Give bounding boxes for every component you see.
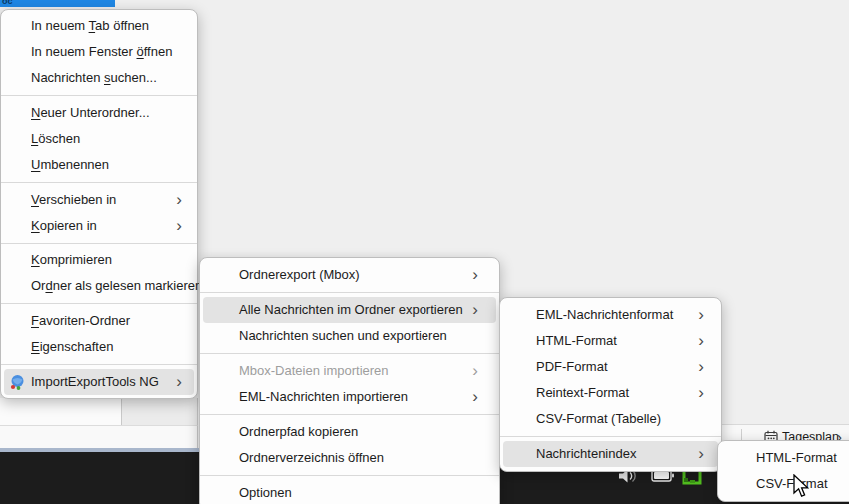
menu-separator	[1, 95, 197, 96]
desktop: oc Tagesplan ›	[0, 0, 849, 504]
menu-item-label: Nachrichtenindex	[536, 441, 636, 467]
menu-separator	[1, 243, 197, 244]
menu-separator	[200, 292, 499, 293]
submenu-arrow-icon: ›	[176, 187, 182, 212]
folder-pane-fragment	[0, 398, 122, 425]
menu-separator	[1, 364, 197, 365]
menu-item-nachrichtenindex[interactable]: Nachrichtenindex›	[503, 441, 718, 467]
menu-item-in-neuem-tab-ffnen[interactable]: In neuem Tab öffnen	[4, 13, 194, 39]
menu-item-komprimieren[interactable]: Komprimieren	[4, 248, 194, 273]
submenu-arrow-icon: ›	[472, 358, 478, 383]
submenu-export-formats: EML-Nachrichtenformat›HTML-Format›PDF-Fo…	[499, 297, 722, 472]
menu-item-label: Umbenennen	[31, 152, 109, 178]
menu-item-ordner-als-gelesen-markieren[interactable]: Ordner als gelesen markieren	[4, 273, 194, 299]
menu-item-kopieren-in[interactable]: Kopieren in›	[4, 213, 194, 239]
mouse-cursor	[793, 474, 815, 504]
menu-item-nachrichten-suchen[interactable]: Nachrichten suchen...	[4, 65, 194, 91]
submenu-arrow-icon: ›	[698, 328, 704, 353]
menu-item-umbenennen[interactable]: Umbenennen	[4, 152, 194, 178]
menu-item-reintext-format[interactable]: Reintext-Format›	[503, 380, 718, 406]
menu-item-label: Favoriten-Ordner	[31, 308, 130, 334]
menu-item-verschieben-in[interactable]: Verschieben in›	[4, 187, 194, 213]
menu-separator	[200, 353, 499, 354]
menu-item-label: Nachrichten suchen...	[31, 65, 157, 91]
menu-item-label: Löschen	[31, 126, 80, 152]
importexporttools-icon	[9, 374, 26, 400]
statusbar-left-fragment	[0, 425, 198, 449]
menu-item-label: PDF-Format	[536, 354, 608, 380]
menu-item-eml-nachrichten-importieren[interactable]: EML-Nachrichten importieren›	[203, 384, 496, 410]
menu-item-eml-nachrichtenformat[interactable]: EML-Nachrichtenformat›	[503, 302, 718, 328]
selected-folder-row[interactable]: oc	[0, 0, 115, 7]
menu-item-label: In neuem Fenster öffnen	[31, 39, 172, 65]
context-menu-folder: In neuem Tab öffnenIn neuem Fenster öffn…	[0, 9, 198, 399]
submenu-arrow-icon: ›	[698, 380, 704, 405]
menu-item-csv-format-tabelle[interactable]: CSV-Format (Tabelle)	[503, 406, 718, 432]
menu-item-label: Reintext-Format	[536, 380, 629, 406]
menu-item-label: EML-Nachrichtenformat	[536, 302, 673, 328]
submenu-arrow-icon: ›	[472, 262, 478, 287]
menu-item-label: Komprimieren	[31, 248, 112, 273]
menu-item-label: Kopieren in	[31, 213, 97, 239]
menu-item-label: Neuer Unterordner...	[31, 100, 150, 126]
menu-separator	[200, 414, 499, 415]
menu-item-alle-nachrichten-im-ordner-exportieren[interactable]: Alle Nachrichten im Ordner exportieren›	[203, 297, 496, 323]
menu-item-label: HTML-Format	[536, 328, 617, 354]
menu-item-optionen[interactable]: Optionen	[203, 480, 496, 504]
folder-row-partial-text: oc	[2, 0, 13, 6]
menu-separator	[500, 436, 721, 437]
menu-item-nachrichten-suchen-und-exportieren[interactable]: Nachrichten suchen und exportieren	[203, 323, 496, 349]
menu-item-html-format[interactable]: HTML-Format	[721, 445, 849, 471]
submenu-index-formats: HTML-FormatCSV-Format	[717, 440, 849, 502]
submenu-arrow-icon: ›	[472, 297, 478, 322]
menu-item-pdf-format[interactable]: PDF-Format›	[503, 354, 718, 380]
submenu-arrow-icon: ›	[472, 384, 478, 409]
menu-item-label: Ordnerpfad kopieren	[239, 419, 358, 445]
menu-item-label: In neuem Tab öffnen	[31, 13, 149, 39]
menu-item-label: ImportExportTools NG	[31, 369, 159, 395]
menu-item-importexporttools-ng[interactable]: ImportExportTools NG›	[4, 369, 194, 395]
menu-item-label: Verschieben in	[31, 187, 116, 213]
menu-item-label: CSV-Format (Tabelle)	[536, 406, 661, 432]
menu-item-in-neuem-fenster-ffnen[interactable]: In neuem Fenster öffnen	[4, 39, 194, 65]
menu-item-favoriten-ordner[interactable]: Favoriten-Ordner	[4, 308, 194, 334]
menu-item-html-format[interactable]: HTML-Format›	[503, 328, 718, 354]
menu-separator	[200, 475, 499, 476]
menu-item-label: Ordner als gelesen markieren	[31, 273, 202, 299]
submenu-arrow-icon: ›	[698, 302, 704, 327]
menu-item-label: Optionen	[239, 480, 292, 504]
menu-item-label: Mbox-Dateien importieren	[239, 358, 389, 384]
menu-item-ordnerverzeichnis-ffnen[interactable]: Ordnerverzeichnis öffnen	[203, 445, 496, 471]
submenu-arrow-icon: ›	[698, 441, 704, 466]
menu-item-label: Ordnerverzeichnis öffnen	[239, 445, 384, 471]
menu-item-ordnerpfad-kopieren[interactable]: Ordnerpfad kopieren	[203, 419, 496, 445]
submenu-importexporttools: Ordnerexport (Mbox)›Alle Nachrichten im …	[199, 257, 500, 504]
menu-item-eigenschaften[interactable]: Eigenschaften	[4, 334, 194, 360]
menu-separator	[1, 182, 197, 183]
menu-item-label: Alle Nachrichten im Ordner exportieren	[239, 297, 463, 323]
submenu-arrow-icon: ›	[176, 369, 182, 394]
menu-item-label: Eigenschaften	[31, 334, 113, 360]
menu-item-mbox-dateien-importieren[interactable]: Mbox-Dateien importieren›	[203, 358, 496, 384]
menu-item-label: CSV-Format	[756, 471, 828, 497]
menu-item-label: Nachrichten suchen und exportieren	[239, 323, 447, 349]
menu-item-label: HTML-Format	[756, 445, 837, 471]
menu-item-label: EML-Nachrichten importieren	[239, 384, 408, 410]
menu-item-csv-format[interactable]: CSV-Format	[721, 471, 849, 497]
menu-item-l-schen[interactable]: Löschen	[4, 126, 194, 152]
menu-separator	[1, 303, 197, 304]
menu-item-ordnerexport-mbox[interactable]: Ordnerexport (Mbox)›	[203, 262, 496, 288]
menu-item-neuer-unterordner[interactable]: Neuer Unterordner...	[4, 100, 194, 126]
menu-item-label: Ordnerexport (Mbox)	[239, 262, 360, 288]
folder-pane-fragment-2	[122, 398, 198, 425]
submenu-arrow-icon: ›	[698, 354, 704, 379]
submenu-arrow-icon: ›	[176, 213, 182, 238]
